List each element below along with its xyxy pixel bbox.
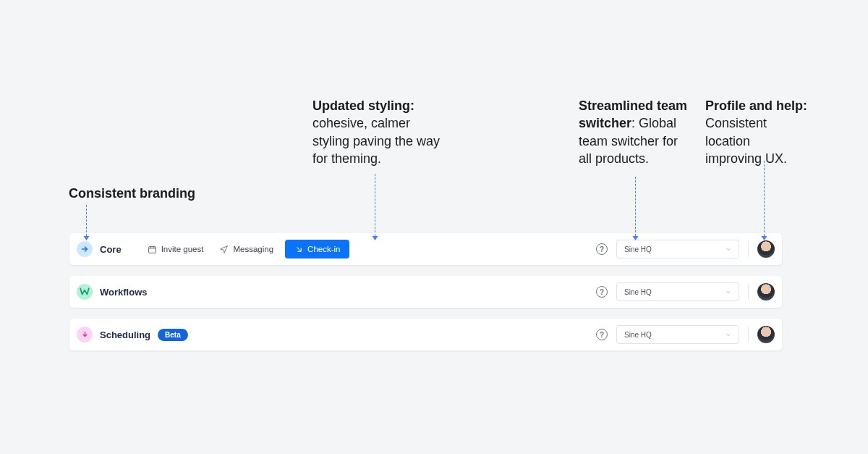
annotation-styling-title: Updated styling:	[312, 98, 414, 113]
arrowhead-branding	[84, 236, 90, 240]
annotation-branding: Consistent branding	[69, 185, 195, 202]
annotation-branding-title: Consistent branding	[69, 186, 195, 201]
chevron-down-icon	[726, 332, 731, 337]
annotation-switcher-colon: :	[631, 116, 635, 130]
avatar[interactable]	[757, 283, 775, 300]
invite-guest-button[interactable]: Invite guest	[143, 242, 208, 257]
avatar[interactable]	[757, 240, 775, 258]
arrowhead-switcher	[633, 236, 639, 240]
arrow-down-right-icon	[294, 245, 303, 253]
annotation-styling: Updated styling: cohesive, calmer stylin…	[312, 97, 450, 167]
calendar-icon	[148, 245, 157, 254]
divider	[748, 284, 749, 300]
product-icon-scheduling	[77, 327, 93, 342]
team-switcher-value: Sine HQ	[624, 331, 652, 339]
help-icon[interactable]: ?	[596, 286, 608, 298]
arrow-right-icon	[80, 245, 89, 253]
messaging-label: Messaging	[233, 245, 273, 253]
team-switcher[interactable]: Sine HQ	[616, 325, 739, 344]
divider	[748, 327, 749, 342]
arrow-down-icon	[81, 330, 89, 339]
arrowhead-styling	[373, 236, 378, 240]
divider	[748, 241, 749, 257]
w-icon	[80, 287, 90, 296]
connector-branding	[86, 205, 87, 236]
navbar-core: Core Invite guest Messaging Check-in	[69, 233, 782, 265]
checkin-label: Check-in	[307, 245, 340, 253]
connector-styling	[375, 174, 375, 236]
annotation-switcher: Streamlined team switcher: Global team s…	[579, 97, 694, 167]
arrowhead-profile	[762, 236, 767, 240]
annotation-profile-body: Consistent location improving UX.	[705, 116, 787, 166]
product-icon-core	[77, 241, 93, 257]
paper-plane-icon	[219, 245, 229, 254]
team-switcher[interactable]: Sine HQ	[616, 240, 739, 258]
annotation-profile: Profile and help: Consistent location im…	[705, 97, 810, 167]
connector-profile	[764, 161, 765, 236]
team-switcher-value: Sine HQ	[624, 245, 652, 253]
annotation-profile-title: Profile and help:	[705, 98, 807, 113]
chevron-down-icon	[726, 289, 731, 295]
beta-badge: Beta	[158, 329, 188, 341]
chevron-down-icon	[726, 246, 731, 252]
product-label-scheduling: Scheduling	[100, 329, 150, 340]
diagram-canvas: Consistent branding Updated styling: coh…	[0, 0, 868, 454]
messaging-button[interactable]: Messaging	[215, 242, 278, 257]
connector-switcher	[635, 177, 636, 236]
team-switcher-value: Sine HQ	[624, 288, 652, 296]
navbar-scheduling: Scheduling Beta ? Sine HQ	[69, 319, 782, 350]
invite-guest-label: Invite guest	[161, 245, 204, 253]
team-switcher[interactable]: Sine HQ	[616, 282, 739, 301]
product-label-workflows: Workflows	[100, 287, 148, 298]
product-label-core: Core	[100, 244, 122, 255]
navbar-workflows: Workflows ? Sine HQ	[69, 276, 782, 308]
help-icon[interactable]: ?	[596, 329, 608, 340]
checkin-button[interactable]: Check-in	[285, 240, 349, 258]
svg-rect-0	[148, 246, 156, 253]
help-icon[interactable]: ?	[596, 243, 608, 255]
product-icon-workflows	[77, 284, 93, 300]
avatar[interactable]	[757, 326, 775, 343]
annotation-styling-body: cohesive, calmer styling paving the way …	[312, 116, 440, 166]
